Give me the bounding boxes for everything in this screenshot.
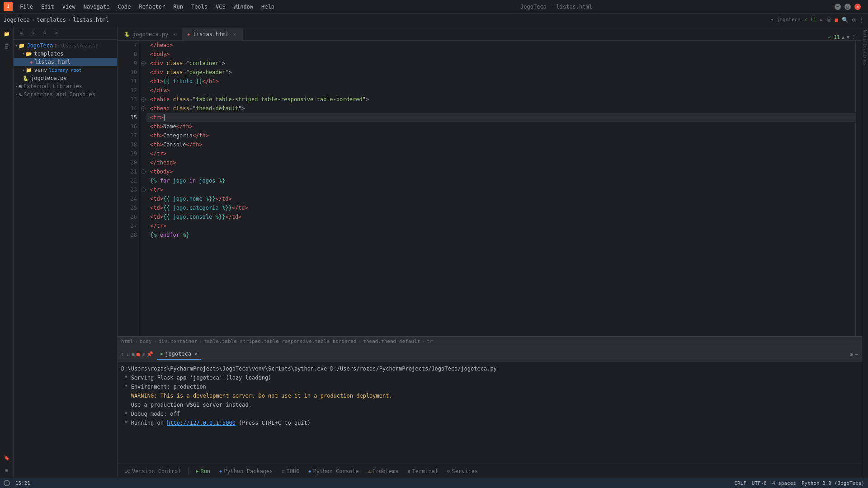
tree-item-jogoteca-py[interactable]: 🐍 jogoteca.py [14, 74, 117, 82]
notifications-label[interactable]: Notifications [863, 26, 868, 69]
fold-13[interactable]: − [141, 95, 146, 104]
menu-code[interactable]: Code [114, 3, 135, 11]
run-pin-icon[interactable]: 📌 [146, 351, 153, 357]
tree-item-venv[interactable]: ▸ 📁 venv library root [14, 66, 117, 74]
title-bar: J File Edit View Navigate Code Refactor … [0, 0, 868, 14]
bottom-btn-python-console[interactable]: ◈ Python Console [305, 467, 362, 476]
more-icon[interactable]: ⋮ [859, 17, 864, 23]
menu-run[interactable]: Run [170, 3, 187, 11]
breadcrumb-file[interactable]: listas.html [73, 17, 108, 23]
breadcrumb-tr[interactable]: tr [427, 338, 433, 344]
tree-item-root[interactable]: ▾ 📁 JogoTeca D:\Users\rozas\P [14, 42, 117, 50]
tab-listas-html[interactable]: ◈ listas.html ✕ [182, 28, 243, 40]
menu-vcs[interactable]: VCS [212, 3, 229, 11]
stop-indicator[interactable]: ■ [835, 17, 838, 23]
tree-item-path: D:\Users\rozas\P [55, 43, 98, 48]
run-link[interactable]: http://127.0.0.1:5000 [167, 420, 236, 426]
window-maximize[interactable]: □ [844, 4, 851, 10]
menu-tools[interactable]: Tools [188, 3, 211, 11]
terminal-icon: ▮ [407, 469, 410, 474]
todo-icon: ☑ [282, 469, 285, 474]
vcs-icon[interactable] [4, 480, 10, 486]
status-right: CRLF UTF-8 4 spaces Python 3.9 (JogoTeca… [734, 480, 864, 486]
more-tabs-btn[interactable]: ⋮ [851, 34, 856, 40]
code-line-23: <tr> [146, 185, 855, 194]
bookmarks-icon[interactable]: 🔖 [1, 452, 13, 464]
tree-settings-btn[interactable]: ⚙ [40, 28, 50, 38]
tree-scroll-btn[interactable]: ⊙ [28, 28, 38, 38]
profile-selector[interactable]: ▾ jogoteca [771, 17, 801, 23]
tree-item-listas[interactable]: ◈ listas.html [14, 58, 117, 66]
menu-edit[interactable]: Edit [38, 3, 58, 11]
run-collapse-icon[interactable]: − [855, 351, 858, 357]
nav-up-btn[interactable]: ▲ [842, 34, 845, 40]
breadcrumb-html[interactable]: html [121, 338, 133, 344]
breadcrumb-body[interactable]: body [140, 338, 152, 344]
breadcrumb-project[interactable]: JogoTeca [4, 17, 30, 23]
tree-collapse-btn[interactable]: ≡ [16, 28, 26, 38]
bottom-btn-todo[interactable]: ☑ TODO [278, 467, 303, 476]
status-line-col[interactable]: 15:21 [15, 480, 30, 486]
menu-navigate[interactable]: Navigate [80, 3, 113, 11]
fold-21[interactable]: − [141, 167, 146, 176]
tree-item-templates[interactable]: ▾ 📂 templates [14, 50, 117, 58]
bottom-tab-label: Services [452, 468, 478, 474]
window-minimize[interactable]: ─ [835, 4, 841, 10]
settings-icon[interactable]: ⚙ [852, 17, 855, 23]
search-icon[interactable]: 🔍 [842, 17, 849, 23]
bottom-tab-label: Problems [373, 468, 399, 474]
run-up-icon[interactable]: ↑ [121, 351, 124, 357]
menu-help[interactable]: Help [258, 3, 278, 11]
nav-down-btn[interactable]: ▼ [846, 34, 849, 40]
menu-window[interactable]: Window [230, 3, 257, 11]
line-num-23: 23 [118, 185, 140, 194]
tab-close-btn[interactable]: ✕ [231, 31, 238, 38]
window-close[interactable]: ✕ [854, 4, 861, 10]
structure-bottom-icon[interactable]: ⊞ [1, 465, 13, 476]
tree-item-scratches[interactable]: ▸ ✎ Scratches and Consoles [14, 90, 117, 99]
bottom-btn-version-control[interactable]: ⎇ Version Control [121, 467, 184, 476]
code-content[interactable]: </head> <body> <div class="container"> <… [146, 41, 855, 336]
fold-9[interactable]: − [141, 59, 146, 68]
check-count: ✓ 11 [804, 17, 816, 23]
run-label: * Debug mode: off [121, 411, 180, 417]
run-indicator[interactable]: ▸ [820, 17, 823, 23]
bottom-btn-terminal[interactable]: ▮ Terminal [404, 467, 442, 476]
tab-close-btn[interactable]: ✕ [171, 31, 177, 38]
menu-file[interactable]: File [16, 3, 37, 11]
menu-view[interactable]: View [59, 3, 79, 11]
run-stop-icon[interactable]: ■ [137, 351, 140, 357]
tree-item-ext-libs[interactable]: ▸ ⊞ External Libraries [14, 82, 117, 90]
bottom-btn-python-packages[interactable]: ◈ Python Packages [216, 467, 276, 476]
fold-23[interactable]: − [141, 185, 146, 194]
bottom-btn-services[interactable]: ⚙ Services [443, 467, 481, 476]
python-tab-icon: 🐍 [124, 32, 130, 37]
status-line-ending[interactable]: CRLF [734, 480, 746, 486]
status-encoding[interactable]: UTF-8 [752, 480, 767, 486]
project-icon[interactable]: 📁 [1, 28, 13, 40]
bottom-btn-problems[interactable]: ⚠ Problems [364, 467, 402, 476]
tree-item-label: templates [34, 51, 63, 57]
tree-close-btn[interactable]: ✕ [52, 28, 61, 38]
run-down-icon[interactable]: ↓ [126, 351, 129, 357]
run-tab-close[interactable]: ✕ [195, 351, 198, 356]
breadcrumb-folder[interactable]: templates [37, 17, 66, 23]
debug-indicator[interactable]: ⛁ [827, 17, 831, 23]
bottom-btn-run[interactable]: ▶ Run [192, 467, 214, 476]
breadcrumb-thead[interactable]: thead.thead-default [363, 338, 420, 344]
breadcrumb-container[interactable]: div.container [158, 338, 197, 344]
menu-refactor[interactable]: Refactor [135, 3, 169, 11]
run-header: ↑ ↓ ≡ ■ ↺ 📌 ▶ jogoteca ✕ ⚙ − [118, 347, 862, 361]
run-filter-icon[interactable]: ≡ [131, 351, 134, 357]
status-indent[interactable]: 4 spaces [772, 480, 796, 486]
tab-label: jogoteca.py [132, 31, 168, 38]
tab-jogoteca-py[interactable]: 🐍 jogoteca.py ✕ [119, 28, 182, 40]
structure-icon[interactable]: ⌸ [1, 41, 13, 52]
code-editor[interactable]: 7 8 9 10 11 12 13 14 15 16 17 18 19 20 2… [118, 41, 862, 336]
breadcrumb-table[interactable]: table.table-striped.table-responsive.tab… [204, 338, 357, 344]
status-language[interactable]: Python 3.9 (JogoTeca) [802, 480, 864, 486]
run-tab-jogoteca[interactable]: ▶ jogoteca ✕ [157, 349, 201, 360]
run-restart-icon[interactable]: ↺ [142, 351, 145, 357]
run-settings-icon[interactable]: ⚙ [850, 351, 853, 357]
fold-14[interactable]: − [141, 104, 146, 113]
